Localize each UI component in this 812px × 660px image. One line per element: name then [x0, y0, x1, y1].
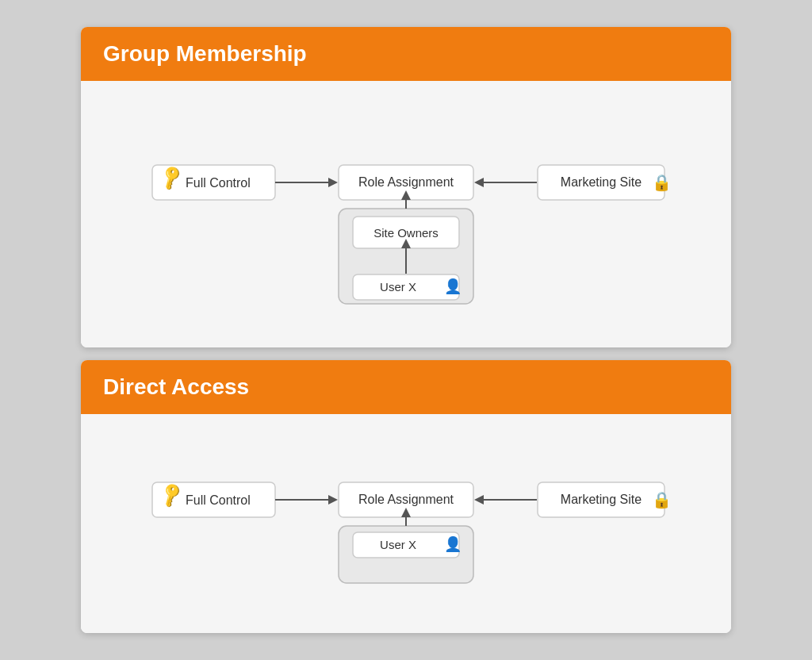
svg-text:User X: User X	[380, 280, 416, 294]
direct-access-body: 🔑 Full Control Role Assignment Marketing…	[81, 414, 731, 633]
svg-text:🔒: 🔒	[652, 490, 672, 509]
direct-access-header: Direct Access	[81, 360, 731, 414]
svg-marker-8	[474, 178, 484, 187]
direct-access-title: Direct Access	[103, 374, 709, 400]
group-membership-diagram: 🔑 Full Control Role Assignment Marketing…	[128, 109, 684, 316]
group-membership-title: Group Membership	[103, 41, 709, 67]
group-membership-header: Group Membership	[81, 27, 731, 81]
group-membership-body: 🔑 Full Control Role Assignment Marketing…	[81, 81, 731, 347]
svg-text:👤: 👤	[444, 278, 462, 295]
main-container: Group Membership 🔑 Full Control Role Ass…	[81, 27, 731, 633]
svg-marker-26	[328, 495, 338, 505]
svg-text:Marketing Site: Marketing Site	[561, 175, 642, 189]
direct-access-section: Direct Access 🔑 Full Control Role Assign…	[81, 360, 731, 633]
direct-access-diagram: 🔑 Full Control Role Assignment Marketing…	[128, 443, 684, 601]
svg-text:Full Control: Full Control	[186, 176, 251, 190]
svg-text:Role Assignment: Role Assignment	[358, 175, 454, 189]
svg-text:🔒: 🔒	[652, 173, 672, 192]
svg-text:Full Control: Full Control	[186, 493, 251, 507]
svg-marker-30	[474, 495, 484, 505]
svg-text:User X: User X	[380, 538, 416, 551]
svg-marker-4	[328, 178, 338, 187]
svg-text:Site Owners: Site Owners	[373, 226, 439, 240]
svg-text:👤: 👤	[444, 535, 462, 553]
svg-text:Role Assignment: Role Assignment	[358, 493, 454, 506]
svg-text:Marketing Site: Marketing Site	[561, 493, 642, 506]
group-membership-section: Group Membership 🔑 Full Control Role Ass…	[81, 27, 731, 347]
